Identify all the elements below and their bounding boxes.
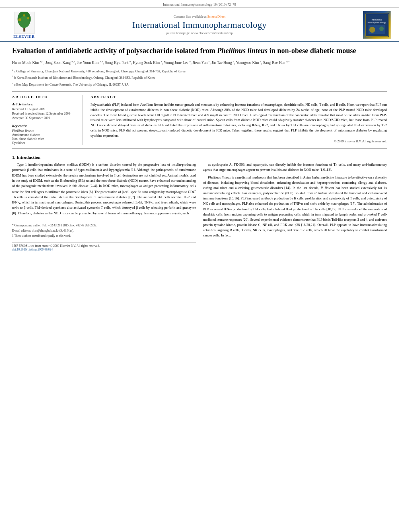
section-title-intro: 1. Introduction xyxy=(12,155,387,160)
affiliations: a a College of Pharmacy, Chungbuk Nation… xyxy=(12,68,387,87)
keywords-label: Keywords: xyxy=(12,124,76,128)
svg-point-13 xyxy=(379,26,384,31)
sciencedirect-link[interactable]: ScienceDirect xyxy=(208,15,226,18)
abstract-header: ABSTRACT xyxy=(90,95,387,99)
revised-date: Received in revised form 12 September 20… xyxy=(12,112,76,115)
divider-2 xyxy=(12,148,387,149)
journal-header-center: Contents lists available at ScienceDirec… xyxy=(40,15,359,35)
article-title: Evaluation of antidiabetic activity of p… xyxy=(12,46,387,55)
intro-col-left: Type 1 insulin-dependent diabetes mellit… xyxy=(12,162,196,251)
authors-line: Hwan Mook Kim b,1, Jong Soon Kang b,1, J… xyxy=(12,60,387,66)
footnote-equal: 1 These authors contributed equally to t… xyxy=(12,234,196,238)
elsevier-logo: ELSEVIER xyxy=(8,12,40,39)
accepted-date: Accepted 30 September 2009 xyxy=(12,116,76,120)
svg-point-6 xyxy=(23,14,25,16)
affil-a: a a College of Pharmacy, Chungbuk Nation… xyxy=(12,68,387,74)
svg-text:International: International xyxy=(372,18,382,21)
affil-c: c c Ben May Department for Cancer Resear… xyxy=(12,81,387,87)
divider-1 xyxy=(12,91,387,92)
article-info-col: ARTICLE INFO Article history: Received 1… xyxy=(12,95,82,145)
journal-title: International Immunopharmacology xyxy=(40,20,359,30)
article-info-header: ARTICLE INFO xyxy=(12,95,76,99)
keyword-1: Phellinus linteus xyxy=(12,129,76,133)
intro-col-right: as cyclosporin A, FK-506, and rapamycin,… xyxy=(203,162,387,251)
keyword-4: Cytokines xyxy=(12,141,76,145)
abstract-text: Polysaccharide (PLP) isolated from Phell… xyxy=(90,102,387,138)
svg-point-4 xyxy=(18,18,21,21)
received-date: Received 11 August 2009 xyxy=(12,107,76,111)
footnote-email: E-mail address: shan@chungbuk.ac.kr (S.-… xyxy=(12,228,196,233)
affil-b: b b Korea Research Institute of Bioscien… xyxy=(12,74,387,80)
introduction-section: 1. Introduction Type 1 insulin-dependent… xyxy=(12,155,387,251)
intro-two-col: Type 1 insulin-dependent diabetes mellit… xyxy=(12,162,387,251)
doi-line: doi:10.1016/j.intimp.2009.09.024 xyxy=(12,248,196,251)
footnote-corresponding: * Corresponding author. Tel.: +82 43 261… xyxy=(12,223,196,228)
svg-point-5 xyxy=(27,17,29,19)
contents-line: Contents lists available at ScienceDirec… xyxy=(40,15,359,18)
issn-line: 1567-5769/$ – see front matter © 2009 El… xyxy=(12,244,196,248)
svg-point-12 xyxy=(369,27,375,33)
journal-citation: International Immunopharmacology 10 (201… xyxy=(163,2,236,6)
journal-top-bar: International Immunopharmacology 10 (201… xyxy=(0,0,399,8)
intro-text-col1: Type 1 insulin-dependent diabetes mellit… xyxy=(12,162,196,216)
journal-homepage: journal homepage: www.elsevier.com/locat… xyxy=(40,31,359,35)
article-content: Evaluation of antidiabetic activity of p… xyxy=(0,42,399,259)
bottom-bar: 1567-5769/$ – see front matter © 2009 El… xyxy=(12,242,196,251)
page-container: International Immunopharmacology 10 (201… xyxy=(0,0,399,532)
copyright-line: © 2009 Elsevier B.V. All rights reserved… xyxy=(90,140,387,143)
journal-header: ELSEVIER Contents lists available at Sci… xyxy=(0,8,399,42)
journal-thumbnail: International Immunopharmacology xyxy=(363,11,391,39)
keyword-2: Autoimmune diabetes xyxy=(12,133,76,137)
journal-thumbnail-area: International Immunopharmacology xyxy=(359,11,391,39)
elsevier-tree-icon xyxy=(13,12,35,34)
svg-text:Immunopharmacology: Immunopharmacology xyxy=(368,22,386,24)
intro-text-col2: as cyclosporin A, FK-506, and rapamycin,… xyxy=(203,162,387,238)
footnotes-area: * Corresponding author. Tel.: +82 43 261… xyxy=(12,221,196,238)
history-label: Article history: xyxy=(12,102,76,106)
elsevier-text: ELSEVIER xyxy=(13,35,35,39)
abstract-col: ABSTRACT Polysaccharide (PLP) isolated f… xyxy=(90,95,387,145)
article-body-cols: ARTICLE INFO Article history: Received 1… xyxy=(12,95,387,145)
keyword-3: Non-obese diabetic mice xyxy=(12,137,76,141)
elsevier-logo-area: ELSEVIER xyxy=(8,12,40,39)
